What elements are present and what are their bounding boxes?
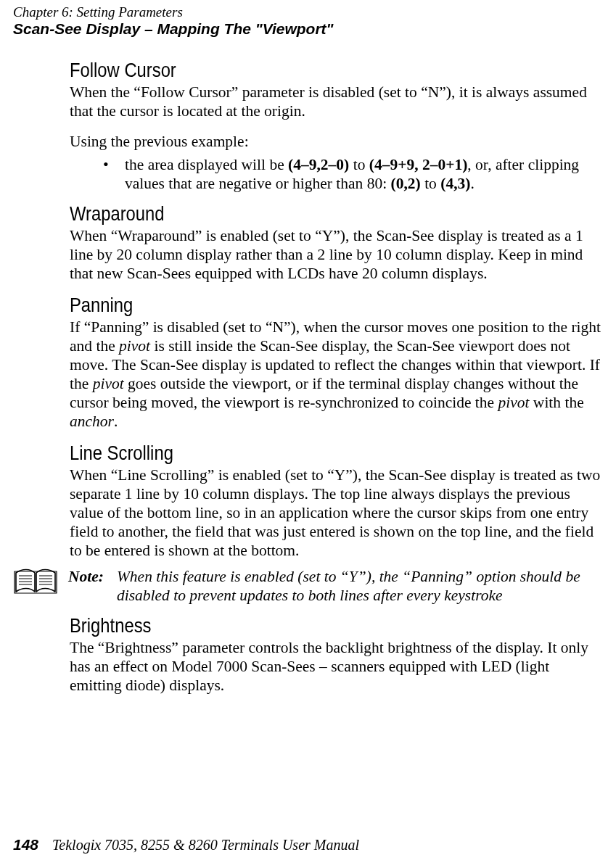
note-body: When this feature is enabled (set to “Y”… [117, 567, 605, 605]
note: Note: When this feature is enabled (set … [13, 567, 605, 605]
section-panning: Panning If “Panning” is disabled (set to… [70, 294, 605, 431]
heading-wraparound: Wraparound [70, 203, 525, 225]
note-label: Note: [68, 567, 104, 605]
section-follow-cursor: Follow Cursor When the “Follow Cursor” p… [70, 59, 605, 193]
text: the area displayed will be [125, 156, 288, 173]
text: . [470, 175, 474, 192]
heading-follow-cursor: Follow Cursor [70, 59, 525, 81]
heading-brightness: Brightness [70, 615, 525, 637]
manual-title: Teklogix 7035, 8255 & 8260 Terminals Use… [52, 837, 359, 853]
text: to [349, 156, 369, 173]
paragraph: If “Panning” is disabled (set to “N”), w… [70, 318, 605, 431]
text-bold: (4,3) [440, 175, 470, 192]
text-italic: pivot [119, 337, 154, 355]
paragraph: When “Line Scrolling” is enabled (set to… [70, 466, 605, 560]
paragraph: The “Brightness” parameter controls the … [70, 638, 605, 695]
bullet-list: the area displayed will be (4–9,2–0) to … [70, 155, 605, 193]
page-number: 148 [13, 836, 38, 853]
heading-line-scrolling: Line Scrolling [70, 442, 525, 464]
paragraph: Using the previous example: [70, 132, 605, 151]
text: to [421, 175, 440, 192]
section-wraparound: Wraparound When “Wraparound” is enabled … [70, 203, 605, 283]
running-head-chapter: Chapter 6: Setting Parameters [13, 4, 595, 20]
running-head: Chapter 6: Setting Parameters Scan-See D… [13, 4, 595, 38]
text-bold: (0,2) [391, 175, 421, 192]
text-italic: anchor [70, 413, 114, 430]
paragraph: When the “Follow Cursor” parameter is di… [70, 83, 605, 120]
text: with the [533, 394, 584, 411]
text-bold: (4–9,2–0) [288, 156, 349, 173]
content: Follow Cursor When the “Follow Cursor” p… [70, 59, 605, 706]
text-italic: pivot [93, 375, 128, 392]
text: . [114, 413, 118, 430]
list-item: the area displayed will be (4–9,2–0) to … [103, 155, 605, 193]
text-italic: pivot [498, 394, 533, 411]
section-line-scrolling: Line Scrolling When “Line Scrolling” is … [70, 442, 605, 560]
section-brightness: Brightness The “Brightness” parameter co… [70, 615, 605, 695]
running-head-section: Scan-See Display – Mapping The "Viewport… [13, 20, 595, 38]
text-bold: (4–9+9, 2–0+1) [369, 156, 468, 173]
book-icon [13, 567, 58, 596]
page: Chapter 6: Setting Parameters Scan-See D… [0, 0, 608, 868]
footer: 148 Teklogix 7035, 8255 & 8260 Terminals… [13, 836, 359, 853]
heading-panning: Panning [70, 294, 525, 316]
note-text: Note: When this feature is enabled (set … [68, 567, 605, 605]
paragraph: When “Wraparound” is enabled (set to “Y”… [70, 226, 605, 283]
